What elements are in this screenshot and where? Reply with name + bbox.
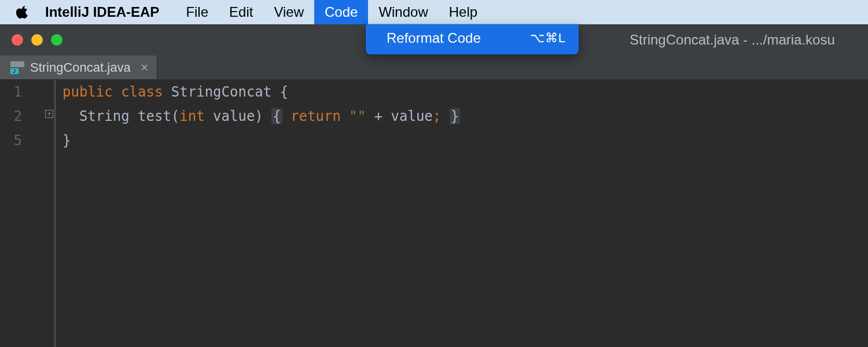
menu-code[interactable]: Code xyxy=(314,0,368,24)
editor-tabbar: J StringConcat.java ✕ xyxy=(0,56,868,80)
menu-edit[interactable]: Edit xyxy=(219,0,263,24)
close-tab-icon[interactable]: ✕ xyxy=(140,61,149,74)
dropdown-item-shortcut: ⌥⌘L xyxy=(530,31,566,46)
code-line: String test(int value) { return "" + val… xyxy=(62,104,460,128)
code-menu-dropdown: Reformat Code ⌥⌘L xyxy=(366,24,579,54)
code-line: public class StringConcat { xyxy=(62,80,460,104)
menu-item-reformat-code[interactable]: Reformat Code ⌥⌘L xyxy=(366,28,579,49)
window-title: StringConcat.java - .../maria.kosu xyxy=(630,32,835,48)
svg-text:J: J xyxy=(13,68,16,74)
tab-filename: StringConcat.java xyxy=(30,60,131,75)
code-line: } xyxy=(62,128,460,153)
dropdown-item-label: Reformat Code xyxy=(387,30,481,46)
menu-window[interactable]: Window xyxy=(368,0,438,24)
menu-help[interactable]: Help xyxy=(439,0,488,24)
line-number: 1 xyxy=(0,80,49,104)
menu-view[interactable]: View xyxy=(263,0,314,24)
menu-file[interactable]: File xyxy=(175,0,219,24)
editor-tab[interactable]: J StringConcat.java ✕ xyxy=(0,56,157,79)
app-name: IntelliJ IDEA-EAP xyxy=(45,4,159,20)
code-editor[interactable]: 125 + public class StringConcat { String… xyxy=(0,80,868,347)
apple-logo-icon[interactable] xyxy=(16,5,29,20)
macos-menubar: IntelliJ IDEA-EAP FileEditViewCodeWindow… xyxy=(0,0,868,24)
line-number-gutter: 125 + xyxy=(0,80,56,347)
zoom-window-button[interactable] xyxy=(51,34,62,46)
window-controls xyxy=(0,34,74,46)
line-number: 5 xyxy=(0,128,49,153)
close-window-button[interactable] xyxy=(12,34,23,46)
minimize-window-button[interactable] xyxy=(31,34,43,46)
line-number: 2 xyxy=(0,104,49,128)
java-file-icon: J xyxy=(10,61,24,74)
svg-rect-0 xyxy=(10,61,24,67)
fold-icon[interactable]: + xyxy=(45,110,53,118)
code-area[interactable]: public class StringConcat { String test(… xyxy=(56,80,467,347)
